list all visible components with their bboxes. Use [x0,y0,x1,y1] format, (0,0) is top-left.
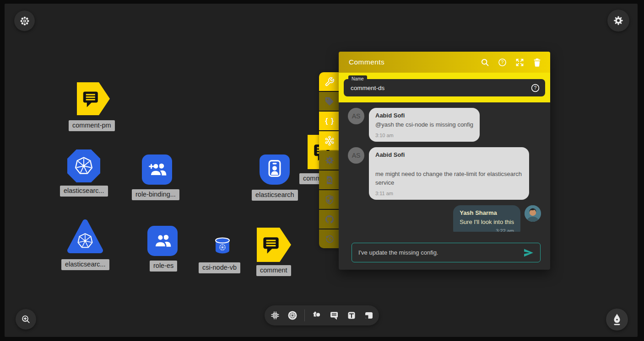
graph-tool-icon[interactable] [270,310,281,321]
shapes-tool-icon[interactable] [311,310,322,321]
comment-tool-icon[interactable] [329,310,340,321]
name-section: Name ? [339,73,550,102]
message-time: 3:22 am [460,228,514,232]
avatar-photo [525,205,541,222]
zoom-button[interactable] [16,309,36,330]
settings-gear-button[interactable] [319,151,340,170]
message-author: Yash Sharma [460,209,514,216]
text-tool-icon[interactable] [346,310,357,321]
github-button[interactable] [319,210,340,229]
node-csi-node-vb[interactable] [215,237,230,256]
gear-icon [613,15,624,26]
send-icon[interactable] [523,247,534,258]
node-label: comment-pm [69,120,115,131]
message-row: Yash Sharma Sure I'll look into this 3:2… [348,205,541,232]
node-label: elasticsearc... [61,259,109,270]
svg-text:?: ? [501,60,504,65]
svg-text:?: ? [534,85,537,91]
image-tool-icon[interactable] [363,310,374,321]
node-label: elasticsearch [252,190,298,201]
node-role-es[interactable] [147,225,178,258]
name-help-icon[interactable]: ? [530,83,540,93]
shapes-toolbar [265,305,379,325]
message-bubble: Yash Sharma Sure I'll look into this 3:2… [453,205,520,232]
message-text: me might need to change the rate-limit f… [375,170,523,187]
user-photo [525,205,541,222]
message-time: 3:10 am [375,133,473,138]
gear-icon [325,155,335,165]
configure-wrench-button[interactable] [319,72,340,91]
node-role-binding[interactable] [141,154,173,187]
settings-button[interactable] [607,10,629,32]
node-comment[interactable] [257,228,291,264]
node-label: elasticsearc... [60,186,108,197]
kubernetes-tool-icon[interactable] [287,310,298,321]
node-comment-pm[interactable] [77,82,110,117]
graph-flower-icon [324,135,335,146]
shield-icon [325,195,335,205]
search-icon[interactable] [480,58,490,67]
pen-tool-button[interactable] [606,309,628,330]
node-label: role-binding... [132,189,179,200]
message-author: Aabid Sofi [375,112,473,119]
comments-panel: Comments ? [339,52,550,270]
avatar-initials: AS [348,108,364,124]
pen-nib-icon [611,313,623,326]
message-list[interactable]: AS Aabid Sofi @yash the csi-node is miss… [339,102,550,232]
node-label: csi-node-vb [199,262,240,273]
name-field-label: Name [348,75,367,83]
history-button[interactable] [319,229,340,248]
comment-input[interactable] [352,249,523,256]
comment-composer [352,243,541,262]
expand-icon[interactable] [515,58,525,67]
github-icon [325,214,335,224]
message-bubble: Aabid Sofi me might need to change the r… [369,147,529,200]
graph-flower-button[interactable] [319,131,340,150]
element-actions-toolbar: { } [319,72,340,248]
name-input[interactable] [344,85,530,91]
avatar-initials: AS [348,147,364,164]
message-author: Aabid Sofi [375,151,523,158]
message-bubble: Aabid Sofi @yash the csi-node is missing… [369,108,480,142]
node-label: comment [256,265,291,276]
delete-trash-icon[interactable] [532,58,542,67]
validate-shield-button[interactable] [319,190,340,209]
message-row: AS Aabid Sofi @yash the csi-node is miss… [348,108,541,142]
message-time: 3:11 am [375,191,523,196]
node-elasticsearch-octagon[interactable] [67,149,100,184]
node-label: role-es [150,261,177,272]
message-row: AS Aabid Sofi me might need to change th… [348,147,541,200]
wrench-icon [325,77,335,87]
zoom-in-icon [21,314,31,325]
doc-preview-button[interactable] [319,170,340,189]
braces-icon: { } [325,117,334,125]
app-logo-button[interactable] [14,11,35,31]
tag-icon [325,96,335,107]
flower-logo-icon [19,16,30,27]
doc-search-icon [325,175,335,185]
help-icon[interactable]: ? [498,58,507,67]
node-elasticsearch-triangle[interactable] [67,218,103,256]
message-text: @yash the csi-node is missing config [375,121,473,129]
message-text: Sure I'll look into this [460,218,514,227]
comments-panel-header[interactable]: Comments ? [339,52,550,73]
panel-title: Comments [349,58,384,66]
toolbar-divider [304,309,305,321]
tag-button[interactable] [319,92,340,111]
node-elasticsearch-badge[interactable] [259,154,290,187]
json-braces-button[interactable]: { } [319,112,340,130]
history-icon [325,234,335,244]
